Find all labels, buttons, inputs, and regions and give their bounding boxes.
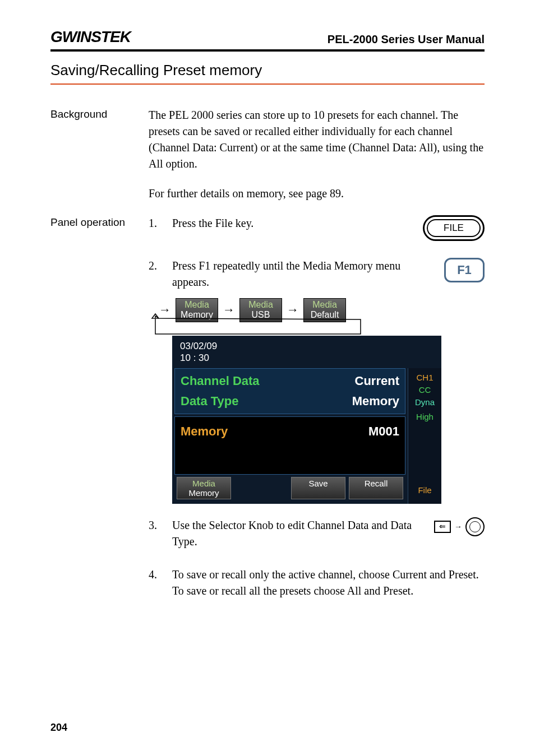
background-row: Background The PEL 2000 series can store… <box>50 107 485 202</box>
panel-operation-label: Panel operation <box>50 215 149 229</box>
manual-title: PEL-2000 Series User Manual <box>328 33 485 46</box>
softkey-recall: Recall <box>349 477 403 500</box>
softkey-save: Save <box>291 477 345 500</box>
arrow-icon: → <box>454 521 462 532</box>
step-2-number: 2. <box>149 258 172 274</box>
side-mode: CC <box>408 384 441 396</box>
selector-knob-graphic: ⇐ → <box>434 517 485 536</box>
channel-data-label: Channel Data <box>181 372 260 390</box>
memory-value: M001 <box>368 423 399 440</box>
page-number: 204 <box>50 722 67 734</box>
media-cycle-diagram: → Media Memory → Media USB → Media Defau… <box>154 298 485 322</box>
tab-icon: ⇐ <box>434 521 451 533</box>
softkey-empty <box>234 477 288 500</box>
brand-logo: GWINSTEK <box>50 28 131 46</box>
file-key-graphic: FILE <box>423 215 485 241</box>
media-default-box: Media Default <box>303 298 346 322</box>
media-usb-box: Media USB <box>239 298 282 322</box>
step-4-number: 4. <box>149 567 172 583</box>
f1-key-graphic: F1 <box>444 258 485 282</box>
screen-upper-box: Channel Data Current Data Type Memory <box>174 368 405 414</box>
arrow-icon: → <box>223 301 235 319</box>
step-3-text: Use the Selector Knob to edit Channel Da… <box>172 517 428 550</box>
panel-operation-row: Panel operation 1. Press the File key. F… <box>50 215 485 599</box>
screen-time: 10 : 30 <box>180 352 433 364</box>
softkey-row: Media Memory Save Recall <box>174 475 405 502</box>
step-4: 4. To save or recall only the active cha… <box>149 567 485 599</box>
step-1-text: Press the File key. <box>172 215 417 231</box>
step-4-text: To save or recall only the active channe… <box>172 567 485 599</box>
step-3: 3. Use the Selector Knob to edit Channel… <box>149 517 485 550</box>
data-type-label: Data Type <box>181 392 239 410</box>
media-memory-box: Media Memory <box>176 298 218 322</box>
step-2-text: Press F1 repeatedly until the Media Memo… <box>172 258 439 290</box>
step-1: 1. Press the File key. FILE <box>149 215 485 241</box>
background-paragraph-2: For further details on memory, see page … <box>149 185 485 202</box>
side-channel: CH1 <box>408 372 441 384</box>
screen-date: 03/02/09 <box>180 340 433 352</box>
side-file: File <box>408 484 441 501</box>
lcd-screenshot: 03/02/09 10 : 30 Channel Data Current Da… <box>172 336 485 504</box>
step-2: 2. Press F1 repeatedly until the Media M… <box>149 258 485 290</box>
section-title: Saving/Recalling Preset memory <box>50 62 485 85</box>
f1-key-label: F1 <box>457 261 472 279</box>
channel-data-value: Current <box>355 372 399 390</box>
arrow-icon: → <box>159 301 171 319</box>
knob-icon <box>465 517 485 536</box>
background-paragraph-1: The PEL 2000 series can store up to 10 p… <box>149 107 485 172</box>
screen-lower-box: Memory M001 <box>174 416 405 475</box>
background-label: Background <box>50 107 149 120</box>
step-1-number: 1. <box>149 215 172 231</box>
softkey-media-memory: Media Memory <box>177 477 231 500</box>
screen-side-panel: CH1 CC Dyna High File <box>408 368 441 504</box>
side-range: High <box>408 411 441 423</box>
page-header: GWINSTEK PEL-2000 Series User Manual <box>50 28 485 52</box>
memory-label: Memory <box>181 423 228 440</box>
arrow-icon: → <box>287 301 299 319</box>
step-3-number: 3. <box>149 517 172 534</box>
data-type-value: Memory <box>352 392 399 410</box>
side-dyna: Dyna <box>408 396 441 409</box>
